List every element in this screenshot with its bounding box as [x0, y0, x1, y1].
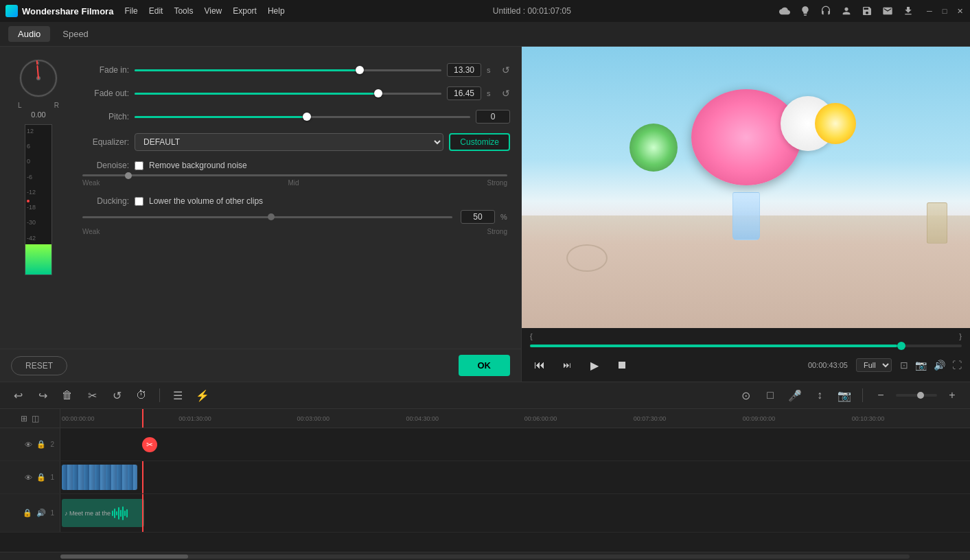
- screenshot-icon[interactable]: 📷: [915, 360, 927, 371]
- mic-btn[interactable]: 🎤: [785, 386, 805, 405]
- zoom-out-btn[interactable]: −: [871, 386, 890, 405]
- step-back-button[interactable]: ⏭: [557, 355, 577, 375]
- zoom-thumb[interactable]: [917, 392, 924, 399]
- audio-clip-a1[interactable]: ♪ Meet me at the: [62, 499, 144, 527]
- track-a1-icon[interactable]: 🔒: [23, 509, 32, 517]
- timer-button[interactable]: ⏱: [132, 386, 151, 405]
- fade-in-track[interactable]: [135, 69, 441, 71]
- denoise-checkbox[interactable]: [135, 161, 143, 170]
- cut-button[interactable]: ✂: [82, 386, 102, 405]
- track-v2-content[interactable]: ✂: [60, 428, 970, 460]
- zoom-in-btn[interactable]: +: [943, 386, 962, 405]
- denoise-strength-track[interactable]: [82, 174, 507, 176]
- vu-bar: [25, 244, 51, 275]
- crop-icon[interactable]: ⊡: [900, 360, 908, 371]
- track-a1-volume[interactable]: 🔊: [36, 509, 46, 517]
- menu-view[interactable]: View: [204, 6, 222, 16]
- maximize-button[interactable]: □: [940, 6, 949, 16]
- fade-out-value[interactable]: [447, 86, 481, 100]
- download-icon[interactable]: [903, 5, 914, 16]
- zoom-slider[interactable]: [896, 394, 937, 397]
- track-v2-lock[interactable]: 🔒: [36, 440, 46, 449]
- track-v1-lock[interactable]: 🔒: [36, 473, 46, 482]
- reset-button[interactable]: RESET: [11, 356, 67, 375]
- lightbulb-icon[interactable]: [800, 5, 811, 16]
- audio-clip-label: ♪ Meet me at the: [65, 510, 111, 517]
- audio-adjust-button[interactable]: ⚡: [193, 386, 212, 405]
- email-icon[interactable]: [882, 5, 893, 16]
- menu-edit[interactable]: Edit: [149, 6, 163, 16]
- customize-button[interactable]: Customize: [449, 133, 510, 151]
- cloud-icon[interactable]: [779, 5, 790, 16]
- scrollbar-thumb[interactable]: [60, 555, 188, 559]
- tab-audio[interactable]: Audio: [8, 26, 50, 42]
- menu-file[interactable]: File: [124, 6, 137, 16]
- track-v1-icon[interactable]: 👁: [25, 474, 32, 482]
- play-button[interactable]: ▶: [585, 355, 604, 375]
- snapshot-btn[interactable]: 📷: [835, 386, 854, 405]
- audio-panel: L R 0.00 12 6 0 -6 -12 -18 -30 -42: [0, 47, 522, 382]
- denoise-mid-label: Mid: [288, 179, 299, 187]
- vu-meter: 12 6 0 -6 -12 -18 -30 -42 -60 -80: [25, 124, 52, 275]
- ok-button[interactable]: OK: [459, 355, 511, 376]
- fullscreen-icon[interactable]: ⛶: [952, 360, 962, 371]
- track-v2-label: 👁 🔒 2: [0, 428, 60, 460]
- ducking-track[interactable]: [82, 216, 452, 218]
- volume-icon[interactable]: 🔊: [934, 360, 945, 371]
- tab-speed[interactable]: Speed: [53, 26, 98, 42]
- minimize-button[interactable]: ─: [925, 6, 934, 16]
- dial-left-label: L: [18, 102, 22, 109]
- person-icon[interactable]: [841, 5, 852, 16]
- ducking-checkbox[interactable]: [135, 197, 143, 206]
- fade-out-track[interactable]: [135, 93, 441, 95]
- progress-thumb[interactable]: [897, 342, 905, 350]
- progress-bar[interactable]: [530, 345, 962, 347]
- save-icon[interactable]: [862, 5, 873, 16]
- prev-button[interactable]: ⏮: [530, 355, 549, 375]
- headphones-icon[interactable]: [820, 5, 831, 16]
- stop-button[interactable]: ⏹: [612, 355, 632, 375]
- motion-btn[interactable]: ⊙: [736, 386, 755, 405]
- cut-icon: ✂: [142, 437, 157, 452]
- video-clip-v1[interactable]: [62, 465, 137, 491]
- redo-button[interactable]: ↪: [33, 386, 52, 405]
- timeline-scrollbar[interactable]: [0, 552, 970, 560]
- pitch-track[interactable]: [135, 116, 470, 118]
- track-a1-content[interactable]: ♪ Meet me at the: [60, 494, 970, 532]
- effects-button[interactable]: ☰: [168, 386, 187, 405]
- track-v1-label: 👁 🔒 1: [0, 461, 60, 493]
- magnet-icon[interactable]: ◫: [32, 414, 39, 423]
- pitch-value[interactable]: [476, 110, 510, 124]
- mask-btn[interactable]: □: [761, 386, 780, 405]
- ducking-thumb[interactable]: [268, 213, 275, 220]
- playback-right-icons: ⊡ 📷 🔊 ⛶: [900, 360, 962, 371]
- fade-in-slider-container[interactable]: [135, 69, 441, 71]
- fade-out-slider-container[interactable]: [135, 93, 441, 95]
- fade-in-reset[interactable]: ↺: [502, 65, 510, 75]
- fade-in-value[interactable]: [447, 63, 481, 77]
- close-button[interactable]: ✕: [955, 6, 965, 16]
- quality-select[interactable]: Full 1/2 1/4: [856, 358, 892, 372]
- dial-svg[interactable]: [18, 58, 59, 99]
- ducking-value[interactable]: [461, 210, 495, 224]
- speed-button[interactable]: ↺: [107, 386, 126, 405]
- denoise-strength-thumb[interactable]: [125, 172, 132, 179]
- menu-tools[interactable]: Tools: [174, 6, 193, 16]
- pitch-slider-container[interactable]: [135, 116, 470, 118]
- track-v1-content[interactable]: [60, 461, 970, 493]
- merge-btn[interactable]: ↕: [810, 386, 829, 405]
- menu-help[interactable]: Help: [268, 6, 285, 16]
- dial-container[interactable]: [18, 58, 59, 99]
- fade-in-row: Fade in: s ↺: [74, 63, 510, 77]
- scrollbar-track[interactable]: [60, 555, 910, 559]
- snap-icon[interactable]: ⊞: [21, 414, 27, 423]
- fade-out-reset[interactable]: ↺: [502, 88, 510, 99]
- track-v2-icon[interactable]: 👁: [25, 441, 32, 449]
- equalizer-select[interactable]: DEFAULT Pop Rock Jazz Classic Custom: [135, 133, 443, 151]
- undo-button[interactable]: ↩: [8, 386, 27, 405]
- app-logo: Wondershare Filmora: [5, 5, 113, 17]
- fade-out-thumb: [374, 89, 382, 97]
- menu-export[interactable]: Export: [233, 6, 257, 16]
- fade-out-unit: s: [487, 89, 496, 97]
- delete-button[interactable]: 🗑: [58, 386, 77, 405]
